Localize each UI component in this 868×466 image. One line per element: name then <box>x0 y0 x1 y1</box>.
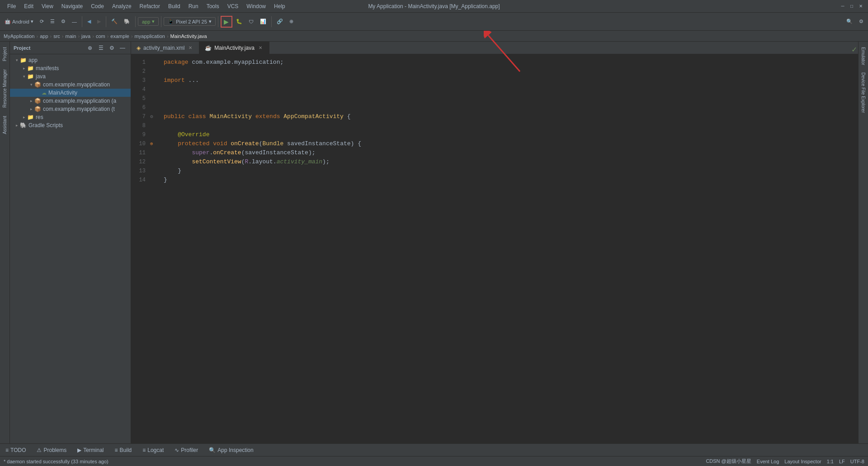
breadcrumb-myapplication[interactable]: MyApplication <box>4 33 34 39</box>
main-layout: Project Resource Manager Assistant Proje… <box>0 42 868 443</box>
bottom-tab-problems[interactable]: ⚠ Problems <box>31 444 72 456</box>
build-btn[interactable]: 🔨 <box>108 15 120 28</box>
collapse-btn[interactable]: — <box>69 15 80 28</box>
breadcrumb-sep-6: › <box>107 33 109 39</box>
menu-edit[interactable]: Edit <box>20 2 37 10</box>
problems-icon: ⚠ <box>37 447 42 453</box>
gradle-icon: 🐘 <box>20 122 27 128</box>
tab-activity-main-close[interactable]: ✕ <box>187 45 193 51</box>
tree-item-mainactivity[interactable]: ☁ MainActivity <box>10 89 131 97</box>
tree-icon-btn[interactable]: ☰ <box>96 43 105 52</box>
sync-btn[interactable]: ⟳ <box>37 15 47 28</box>
menu-navigate[interactable]: Navigate <box>58 2 86 10</box>
folder-icon-java: 📁 <box>27 73 34 80</box>
debug-btn[interactable]: 🐛 <box>233 15 245 28</box>
tab-activity-main[interactable]: ◈ activity_main.xml ✕ <box>131 42 199 54</box>
window-title: My Application - MainActivity.java [My_A… <box>368 3 500 10</box>
tree-item-manifests[interactable]: ▸ 📁 manifests <box>10 64 131 72</box>
menu-tools[interactable]: Tools <box>203 2 223 10</box>
sync-icon-btn[interactable]: ⊕ <box>85 43 94 52</box>
breadcrumb-src[interactable]: src <box>53 33 60 39</box>
menu-refactor[interactable]: Refactor <box>136 2 164 10</box>
tree-arrow-manifests: ▸ <box>21 65 27 71</box>
more-run-btn[interactable]: ⊕ <box>287 15 296 28</box>
tree-label-manifests: manifests <box>36 65 59 71</box>
profile-btn[interactable]: 📊 <box>257 15 269 28</box>
layout-inspector-label[interactable]: Layout Inspector <box>784 459 821 464</box>
breadcrumb-main[interactable]: main <box>66 33 76 39</box>
right-tab-device-file-explorer[interactable]: Device File Explorer <box>859 69 867 116</box>
breadcrumb-myapplication2[interactable]: myapplication <box>135 33 165 39</box>
project-dropdown[interactable]: 🤖 Android ▾ <box>2 15 36 28</box>
breadcrumb-mainactivity[interactable]: MainActivity.java <box>170 33 207 39</box>
code-content[interactable]: package com.example.myapplication; impor… <box>158 54 858 443</box>
tab-mainactivity[interactable]: ☕ MainActivity.java ✕ <box>199 42 269 54</box>
tree-item-java[interactable]: ▾ 📁 java <box>10 72 131 81</box>
bottom-tab-logcat[interactable]: ≡ Logcat <box>137 444 169 456</box>
panel-gear-icon[interactable]: — <box>118 43 127 52</box>
app-dropdown-icon: ▾ <box>152 19 155 24</box>
settings-icon-btn[interactable]: ⚙ <box>107 43 116 52</box>
device-selector[interactable]: 📱 Pixel 2 API 25 ▾ <box>164 17 216 26</box>
title-bar: File Edit View Navigate Code Analyze Ref… <box>0 0 868 13</box>
menu-file[interactable]: File <box>4 2 19 10</box>
bottom-tab-problems-label: Problems <box>43 447 66 453</box>
tree-item-gradle[interactable]: ▸ 🐘 Gradle Scripts <box>10 121 131 129</box>
bottom-tab-todo[interactable]: ≡ TODO <box>0 444 31 456</box>
menu-build[interactable]: Build <box>165 2 184 10</box>
sidebar-tab-assistant[interactable]: Assistant <box>1 112 9 138</box>
breadcrumb-com[interactable]: com <box>96 33 105 39</box>
tree-arrow-res: ▸ <box>21 114 27 120</box>
minimize-button[interactable]: ─ <box>839 3 846 10</box>
tree-item-package-a[interactable]: ▸ 📦 com.example.myapplication (a <box>10 97 131 105</box>
separator-3 <box>135 16 136 27</box>
gear-btn[interactable]: ⚙ <box>58 15 68 28</box>
close-button[interactable]: ✕ <box>857 3 864 10</box>
bottom-tab-profiler[interactable]: ∿ Profiler <box>169 444 203 456</box>
tree-arrow-package-t: ▸ <box>28 106 34 112</box>
bottom-tab-build[interactable]: ≡ Build <box>109 444 137 456</box>
coverage-btn[interactable]: 🛡 <box>246 15 256 28</box>
back-btn[interactable]: ◀ <box>85 15 94 28</box>
bottom-tab-app-inspection-label: App Inspection <box>217 447 253 453</box>
right-tab-emulator[interactable]: Emulator <box>859 43 867 69</box>
search-btn[interactable]: 🔍 <box>844 15 855 28</box>
attach-debugger-btn[interactable]: 🔗 <box>274 15 286 28</box>
bottom-tab-app-inspection[interactable]: 🔍 App Inspection <box>203 444 259 456</box>
line-sep-indicator: LF <box>839 459 845 464</box>
tree-item-package-t[interactable]: ▸ 📦 com.example.myapplication (t <box>10 105 131 113</box>
maximize-button[interactable]: □ <box>848 3 855 10</box>
folder-icon-res: 📁 <box>27 114 34 120</box>
sync-project-btn[interactable]: 🐘 <box>121 15 133 28</box>
tab-mainactivity-close[interactable]: ✕ <box>257 45 264 51</box>
run-button[interactable]: ▶ <box>221 16 232 28</box>
tree-arrow-app: ▾ <box>14 57 20 63</box>
breadcrumb-app[interactable]: app <box>40 33 48 39</box>
menu-help[interactable]: Help <box>270 2 289 10</box>
tree-item-package[interactable]: ▾ 📦 com.example.myapplication <box>10 81 131 89</box>
tree-view-btn[interactable]: ☰ <box>47 15 57 28</box>
app-selector[interactable]: app ▾ <box>138 17 159 26</box>
sidebar-tab-project[interactable]: Project <box>1 43 9 65</box>
bottom-tab-logcat-label: Logcat <box>147 447 164 453</box>
menu-analyze[interactable]: Analyze <box>108 2 135 10</box>
bottom-tab-terminal[interactable]: ▶ Terminal <box>72 444 109 456</box>
forward-btn[interactable]: ▶ <box>94 15 104 28</box>
settings-btn[interactable]: ⚙ <box>856 15 866 28</box>
menu-window[interactable]: Window <box>243 2 269 10</box>
tree-item-res[interactable]: ▸ 📁 res <box>10 113 131 121</box>
menu-run[interactable]: Run <box>185 2 202 10</box>
activity-icon: ☁ <box>42 90 47 96</box>
event-log-label[interactable]: Event Log <box>757 459 779 464</box>
separator-1 <box>82 16 82 27</box>
menu-vcs[interactable]: VCS <box>224 2 242 10</box>
breadcrumb-java[interactable]: java <box>81 33 90 39</box>
code-editor[interactable]: 1 2 3 4 5 6 7 8 9 10 11 12 13 14 <box>131 54 858 443</box>
tree-item-app[interactable]: ▾ 📁 app <box>10 56 131 64</box>
menu-code[interactable]: Code <box>87 2 108 10</box>
tree-label-app: app <box>28 57 38 63</box>
menu-view[interactable]: View <box>38 2 57 10</box>
breadcrumb-example[interactable]: example <box>110 33 129 39</box>
sidebar-tab-resource-manager[interactable]: Resource Manager <box>1 66 9 111</box>
xml-file-icon: ◈ <box>137 45 141 51</box>
